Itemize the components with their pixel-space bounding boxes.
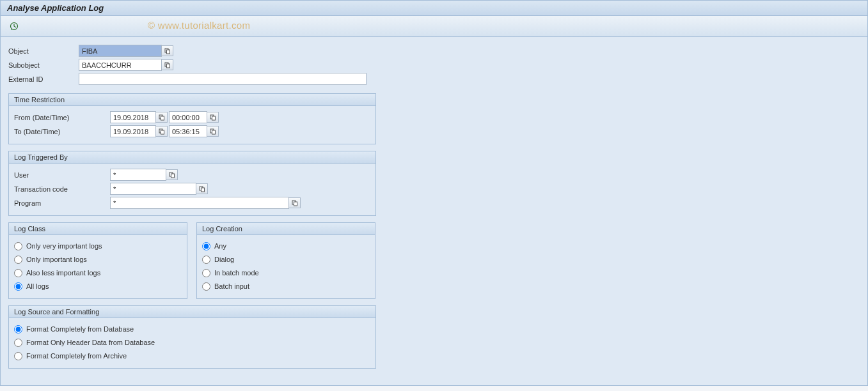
user-input[interactable]: [110, 169, 166, 181]
to-date-input[interactable]: [110, 125, 156, 137]
logclass-very-important[interactable]: Only very important logs: [14, 240, 182, 252]
subobject-input[interactable]: [79, 59, 162, 71]
radio-label: Format Only Header Data from Database: [26, 339, 155, 346]
log-triggered-title: Log Triggered By: [9, 151, 375, 164]
logcreation-batchinput[interactable]: Batch input: [202, 280, 370, 293]
log-source-title: Log Source and Formatting: [9, 306, 375, 318]
search-help-icon: [210, 128, 216, 135]
log-creation-title: Log Creation: [197, 223, 375, 235]
tcode-input[interactable]: [110, 183, 196, 195]
search-help-icon: [159, 128, 165, 135]
svg-rect-2: [166, 50, 170, 54]
radio-label: All logs: [26, 282, 49, 290]
program-input[interactable]: [110, 197, 289, 209]
tcode-label: Transaction code: [14, 185, 110, 193]
subobject-label: Subobject: [8, 61, 79, 69]
radio-label: Format Completely from Database: [26, 325, 134, 333]
search-help-icon: [164, 48, 171, 54]
logcreation-batch[interactable]: In batch mode: [202, 266, 370, 279]
radio-label: Also less important logs: [26, 269, 100, 277]
externalid-input[interactable]: [79, 73, 367, 85]
clock-execute-icon: [10, 22, 19, 31]
from-label: From (Date/Time): [14, 114, 110, 121]
source-db-header[interactable]: Format Only Header Data from Database: [14, 336, 370, 349]
search-help-icon: [164, 62, 171, 68]
from-date-f4-button[interactable]: [156, 112, 168, 123]
svg-rect-10: [161, 130, 164, 134]
tcode-f4-button[interactable]: [196, 183, 208, 194]
svg-rect-12: [212, 130, 215, 134]
program-label: Program: [14, 199, 110, 207]
externalid-label: External ID: [8, 75, 79, 83]
search-help-icon: [292, 200, 298, 206]
object-input[interactable]: [79, 45, 162, 57]
radio-label: Any: [214, 242, 226, 250]
to-date-f4-button[interactable]: [156, 126, 168, 137]
search-help-icon: [169, 172, 175, 178]
radio-label: Format Completely from Archive: [26, 352, 127, 360]
search-help-icon: [210, 114, 216, 121]
to-time-input[interactable]: [169, 125, 207, 137]
from-date-input[interactable]: [110, 111, 156, 123]
to-time-f4-button[interactable]: [207, 126, 219, 137]
from-time-f4-button[interactable]: [207, 112, 219, 123]
logclass-all[interactable]: All logs: [14, 280, 182, 293]
source-archive[interactable]: Format Completely from Archive: [14, 349, 370, 362]
svg-rect-6: [161, 116, 164, 120]
radio-label: Dialog: [214, 256, 234, 263]
from-time-input[interactable]: [169, 111, 207, 123]
logclass-less-important[interactable]: Also less important logs: [14, 266, 182, 279]
log-class-title: Log Class: [9, 223, 187, 235]
search-help-icon: [199, 186, 205, 192]
program-f4-button[interactable]: [289, 197, 301, 208]
svg-rect-16: [201, 188, 204, 192]
user-f4-button[interactable]: [166, 169, 178, 180]
logcreation-dialog[interactable]: Dialog: [202, 253, 370, 266]
radio-label: Only important logs: [26, 256, 87, 263]
search-help-icon: [159, 114, 165, 121]
logcreation-any[interactable]: Any: [202, 240, 370, 252]
to-label: To (Date/Time): [14, 128, 110, 135]
object-label: Object: [8, 47, 79, 55]
svg-rect-18: [294, 202, 297, 206]
svg-rect-8: [212, 116, 215, 120]
time-restriction-title: Time Restriction: [9, 94, 375, 106]
source-db-full[interactable]: Format Completely from Database: [14, 323, 370, 335]
toolbar: © www.tutorialkart.com: [1, 16, 867, 37]
svg-rect-4: [166, 64, 170, 68]
logclass-important[interactable]: Only important logs: [14, 253, 182, 266]
object-f4-button[interactable]: [162, 45, 173, 56]
user-label: User: [14, 171, 110, 179]
radio-label: In batch mode: [214, 269, 259, 277]
page-title: Analyse Application Log: [1, 1, 867, 16]
svg-rect-14: [171, 174, 174, 178]
radio-label: Only very important logs: [26, 242, 102, 250]
watermark-text: © www.tutorialkart.com: [148, 20, 250, 31]
subobject-f4-button[interactable]: [162, 59, 173, 70]
radio-label: Batch input: [214, 282, 249, 290]
execute-button[interactable]: [8, 20, 20, 32]
